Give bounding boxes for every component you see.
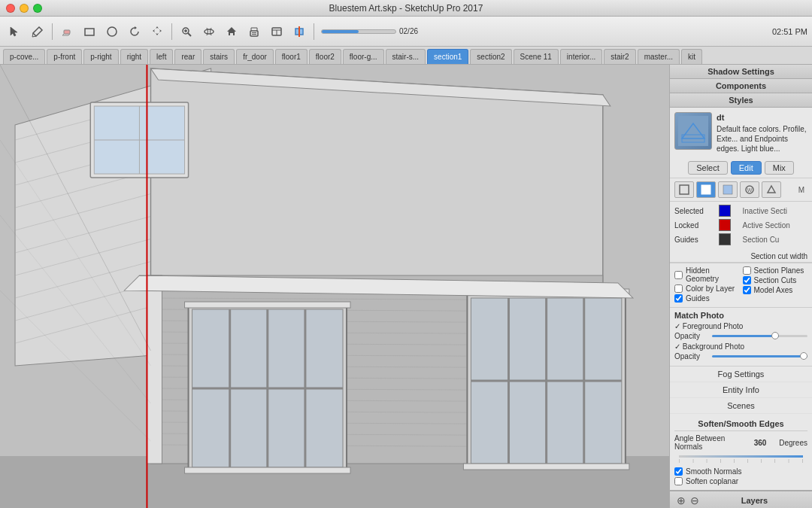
svg-rect-59	[185, 467, 350, 473]
foreground-opacity-slider[interactable]	[712, 335, 807, 337]
shadow-settings-header[interactable]: Shadow Settings	[670, 65, 812, 79]
svg-rect-80	[723, 185, 732, 194]
mix-button[interactable]: Mix	[765, 161, 794, 175]
tool-orbit[interactable]	[198, 21, 220, 42]
style-icon-edge[interactable]	[674, 181, 694, 198]
scene-tab-6[interactable]: stairs	[203, 49, 235, 64]
svg-marker-83	[768, 186, 775, 193]
tool-rotate[interactable]	[124, 21, 145, 42]
scene-tab-16[interactable]: stair2	[604, 49, 635, 64]
time-display: 02:51 PM	[772, 27, 807, 36]
tool-rectangle[interactable]	[79, 21, 100, 42]
tool-section[interactable]	[289, 21, 310, 42]
section-cuts-check[interactable]	[743, 276, 751, 284]
hidden-geometry-check[interactable]	[674, 271, 683, 279]
svg-rect-67	[463, 464, 629, 470]
svg-point-2	[108, 27, 117, 36]
right-panel: Shadow Settings Components Styles dt Def…	[669, 65, 812, 508]
viewport-scene	[0, 65, 669, 508]
scene-tab-11[interactable]: stair-s...	[386, 49, 426, 64]
style-icon-watermark[interactable]: W	[740, 181, 759, 198]
svg-point-7	[205, 29, 214, 34]
more-label: M	[798, 186, 804, 194]
locked-color-swatch[interactable]	[719, 219, 731, 231]
layers-remove-button[interactable]: ⊖	[688, 494, 701, 507]
guides-check-row: Guides	[674, 294, 740, 303]
model-axes-label: Model Axes	[754, 286, 793, 294]
style-thumbnail[interactable]	[674, 112, 712, 150]
scene-tab-15[interactable]: interior...	[560, 49, 602, 64]
foreground-opacity-handle[interactable]	[771, 332, 779, 339]
style-icon-model[interactable]	[762, 181, 781, 198]
smooth-normals-row: Smooth Normals	[674, 467, 807, 476]
background-opacity-slider[interactable]	[712, 355, 807, 357]
components-header[interactable]: Components	[670, 79, 812, 93]
scene-tab-5[interactable]: rear	[174, 49, 201, 64]
edit-button[interactable]: Edit	[731, 161, 762, 175]
background-opacity-label: Opacity	[674, 352, 712, 360]
tool-eraser[interactable]	[56, 21, 77, 42]
color-by-layer-check[interactable]	[674, 284, 683, 293]
scene-tab-3[interactable]: right	[120, 49, 148, 64]
foreground-opacity-row: Opacity	[674, 332, 807, 340]
entity-info-item[interactable]: Entity Info	[670, 382, 812, 398]
tool-zoom[interactable]	[176, 21, 197, 42]
tool-home[interactable]	[221, 21, 242, 42]
soften-coplanar-check[interactable]	[674, 477, 683, 485]
styles-header[interactable]: Styles	[670, 93, 812, 108]
minimize-button[interactable]	[20, 4, 29, 13]
style-buttons: Select Edit Mix	[670, 158, 812, 178]
viewport[interactable]	[0, 65, 669, 508]
layers-add-button[interactable]: ⊕	[674, 494, 688, 507]
scene-tab-9[interactable]: floor2	[309, 49, 341, 64]
active-section-label: Active Section	[740, 221, 808, 230]
scene-tab-4[interactable]: left	[150, 49, 173, 64]
soften-title: Soften/Smooth Edges	[674, 417, 807, 431]
scene-tab-18[interactable]: kit	[681, 49, 702, 64]
tool-paint[interactable]	[27, 21, 48, 42]
scene-tab-13[interactable]: section2	[470, 49, 511, 64]
selected-color-swatch[interactable]	[719, 205, 731, 217]
section-planes-check[interactable]	[743, 266, 751, 275]
guides-color-swatch[interactable]	[719, 233, 731, 245]
svg-rect-78	[680, 185, 689, 194]
scenes-item[interactable]: Scenes	[670, 398, 812, 414]
tool-window[interactable]	[266, 21, 287, 42]
svg-rect-79	[701, 185, 710, 194]
svg-rect-8	[250, 31, 258, 36]
progress-text: 02/26	[399, 27, 418, 35]
tool-circle[interactable]	[102, 21, 123, 42]
style-icon-more[interactable]: M	[795, 181, 807, 198]
foreground-photo-label: ✓ Foreground Photo	[674, 322, 743, 330]
scene-tab-2[interactable]: p-right	[83, 49, 118, 64]
guides-check[interactable]	[674, 294, 683, 303]
fog-settings-item[interactable]: Fog Settings	[670, 367, 812, 382]
tool-move[interactable]	[147, 21, 168, 42]
tool-select[interactable]	[5, 21, 26, 42]
style-thumbnail-img	[678, 116, 708, 146]
section-cuts-label: Section Cuts	[754, 276, 797, 284]
select-button[interactable]: Select	[688, 161, 728, 175]
scene-tab-14[interactable]: Scene 11	[514, 49, 559, 64]
close-button[interactable]	[6, 4, 15, 13]
layers-title: Layers	[701, 496, 807, 505]
menu-items: Fog Settings Entity Info Scenes	[670, 366, 812, 414]
color-by-layer-row: Color by Layer	[674, 284, 740, 293]
background-opacity-handle[interactable]	[800, 352, 807, 360]
model-axes-check[interactable]	[743, 286, 751, 294]
scene-tab-0[interactable]: p-cove...	[3, 49, 45, 64]
style-icon-face[interactable]	[696, 181, 716, 198]
scene-tab-10[interactable]: floor-g...	[343, 49, 384, 64]
scene-tab-8[interactable]: floor1	[275, 49, 308, 64]
scene-tab-12[interactable]: section1	[427, 49, 468, 64]
angle-slider[interactable]	[679, 455, 803, 458]
svg-rect-1	[85, 29, 94, 35]
smooth-normals-check[interactable]	[674, 467, 683, 476]
style-icon-bg[interactable]	[718, 181, 738, 198]
scene-tab-1[interactable]: p-front	[47, 49, 82, 64]
maximize-button[interactable]	[33, 4, 42, 13]
tool-print[interactable]	[244, 21, 265, 42]
scene-tab-7[interactable]: fr_door	[236, 49, 274, 64]
section-planes-label: Section Planes	[754, 266, 804, 275]
scene-tab-17[interactable]: master...	[638, 49, 680, 64]
